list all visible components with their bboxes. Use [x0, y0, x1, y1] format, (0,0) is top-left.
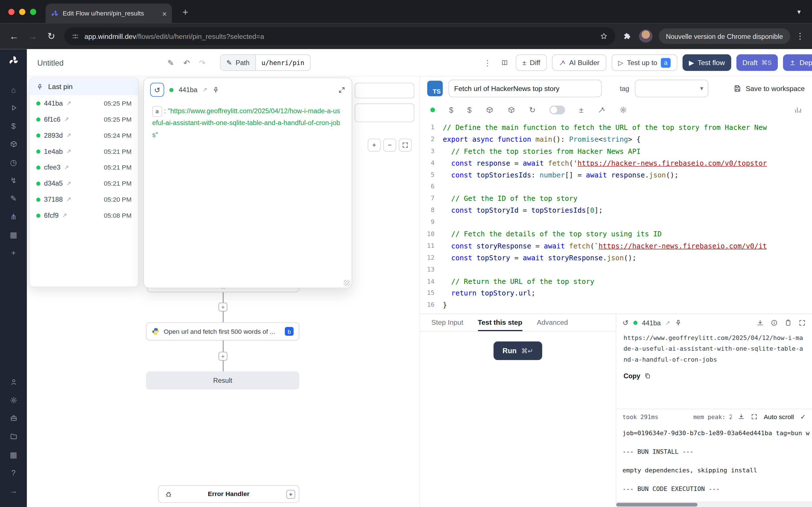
sidebar-item-flows[interactable]: ⋔ — [4, 209, 23, 224]
redo-button[interactable]: ↷ — [197, 57, 208, 68]
ai-assistant-icon[interactable] — [598, 106, 605, 114]
horizontal-scrollbar[interactable] — [616, 502, 812, 507]
open-run-icon[interactable]: ↗ — [66, 180, 71, 186]
browser-tab[interactable]: Edit Flow u/henri/pin_results × — [46, 4, 172, 23]
more-options-button[interactable]: ⋮ — [481, 57, 493, 68]
zoom-fit-button[interactable] — [399, 138, 412, 152]
lang-status-dot-icon[interactable] — [430, 107, 435, 112]
context-var-picker-icon[interactable]: $ — [467, 106, 471, 114]
open-run-icon[interactable]: ↗ — [66, 149, 71, 154]
pin-run-row[interactable]: cfee3↗05:21 PM — [30, 159, 139, 175]
open-run-icon[interactable]: ↗ — [64, 116, 69, 122]
profile-avatar[interactable] — [639, 30, 652, 43]
docs-button[interactable] — [499, 57, 511, 68]
zoom-in-button[interactable]: + — [368, 138, 380, 152]
site-info-icon[interactable] — [71, 33, 79, 40]
library-panel-icon[interactable] — [794, 106, 802, 114]
open-run-icon[interactable]: ↗ — [62, 213, 67, 218]
sidebar-item-workspace-apps[interactable]: ▦ — [4, 446, 23, 462]
run-button[interactable]: Run⌘↵ — [494, 341, 542, 360]
canvas-partial-node-1[interactable] — [355, 83, 414, 98]
ai-builder-button[interactable]: AI Builder — [552, 54, 606, 71]
window-zoom-button[interactable] — [30, 9, 36, 15]
sidebar-item-resources[interactable] — [4, 136, 23, 152]
expand-icon[interactable] — [338, 86, 345, 94]
flow-canvas[interactable]: + − ^ + Open url and fetch first 500 wor… — [27, 76, 419, 507]
step-summary-input[interactable] — [449, 80, 602, 97]
add-step-button-1[interactable]: + — [218, 302, 227, 311]
open-run-icon[interactable]: ↗ — [64, 165, 69, 170]
open-run-icon[interactable]: ↗ — [66, 100, 71, 106]
sidebar-item-variables[interactable]: $ — [4, 118, 23, 133]
pin-run-row[interactable]: 1e4ab↗05:21 PM — [30, 144, 139, 159]
sidebar-item-triggers[interactable]: ↯ — [4, 172, 23, 188]
download-result-icon[interactable] — [756, 319, 764, 327]
rename-icon[interactable]: ✎ — [165, 57, 176, 68]
diff-mode-icon[interactable]: ± — [579, 106, 583, 114]
deploy-button[interactable]: Deploy — [783, 54, 812, 71]
expand-logs-icon[interactable] — [751, 413, 758, 420]
zoom-out-button[interactable]: − — [383, 138, 396, 152]
pin-run-row[interactable]: 441ba↗05:25 PM — [30, 95, 139, 111]
sidebar-item-apps[interactable]: ▦ — [4, 226, 23, 242]
fullscreen-result-icon[interactable] — [799, 319, 806, 327]
sidebar-item-user[interactable] — [4, 374, 23, 390]
result-node[interactable]: Result — [146, 372, 299, 390]
diff-toggle-icon[interactable] — [550, 105, 565, 114]
unpin-icon[interactable] — [36, 83, 44, 91]
window-close-button[interactable] — [8, 9, 14, 15]
sidebar-item-scripts[interactable]: ✎ — [4, 190, 23, 206]
pin-run-row[interactable]: 6f1c6↗05:25 PM — [30, 111, 139, 127]
editor-settings-icon[interactable] — [619, 106, 627, 114]
browser-menu-icon[interactable]: ⋮ — [794, 29, 807, 44]
copy-button[interactable]: Copy — [623, 372, 651, 380]
back-button[interactable]: ← — [5, 27, 22, 45]
add-error-handler-button[interactable]: + — [287, 490, 295, 499]
flow-step-node[interactable]: Open url and fetch first 500 words of ..… — [146, 322, 299, 340]
reload-button[interactable]: ↻ — [43, 27, 60, 45]
sidebar-item-settings[interactable] — [4, 392, 23, 407]
pin-run-row[interactable]: 2893d↗05:24 PM — [30, 127, 139, 144]
result-open-run-icon[interactable]: ↗ — [665, 320, 670, 326]
code-editor[interactable]: 1// Define the main function to fetch th… — [420, 119, 812, 314]
sidebar-item-help[interactable]: ? — [4, 464, 23, 480]
result-info-icon[interactable] — [770, 319, 778, 327]
tab-test-this-step[interactable]: Test this step — [477, 314, 522, 331]
pin-run-row[interactable]: d34a5↗05:21 PM — [30, 175, 139, 191]
variable-picker-icon[interactable]: $ — [449, 106, 453, 114]
sidebar-item-workers[interactable] — [4, 410, 23, 426]
save-to-workspace-button[interactable]: Save to workspace — [733, 84, 805, 93]
path-control[interactable]: ✎Path u/henri/pin — [220, 54, 310, 71]
dependency-package-alt-icon[interactable] — [507, 106, 515, 114]
sidebar-item-create[interactable]: + — [4, 245, 23, 260]
sidebar-item-schedules[interactable]: ◷ — [4, 154, 23, 170]
sidebar-item-folders[interactable] — [4, 429, 23, 444]
reload-editor-icon[interactable]: ↻ — [529, 106, 536, 114]
test-flow-button[interactable]: ▶Test flow — [682, 54, 731, 71]
tab-step-input[interactable]: Step Input — [432, 314, 463, 331]
scrollbar-thumb[interactable] — [616, 503, 698, 506]
open-run-icon[interactable]: ↗ — [66, 132, 71, 138]
undo-button[interactable]: ↶ — [181, 57, 192, 68]
autoscroll-checkbox[interactable]: ✓ — [800, 413, 806, 420]
flow-title[interactable]: Untitled — [37, 58, 63, 67]
pin-run-row[interactable]: 6fcf9↗05:08 PM — [30, 208, 139, 224]
forward-button[interactable]: → — [24, 27, 41, 45]
download-logs-icon[interactable] — [738, 413, 745, 420]
canvas-partial-node-2[interactable] — [355, 103, 414, 122]
tab-close-icon[interactable]: × — [162, 10, 167, 17]
result-history-icon[interactable]: ↺ — [622, 319, 629, 327]
extensions-icon[interactable] — [619, 29, 635, 44]
dependency-package-icon[interactable] — [486, 106, 493, 114]
sidebar-item-runs[interactable] — [4, 100, 23, 115]
open-run-icon[interactable]: ↗ — [202, 87, 207, 93]
address-bar[interactable]: app.windmill.dev/flows/edit/u/henri/pin_… — [64, 27, 615, 45]
tab-search-button[interactable]: ▾ — [794, 6, 805, 17]
pin-icon[interactable] — [213, 86, 220, 94]
resize-handle[interactable] — [344, 280, 350, 286]
open-run-icon[interactable]: ↗ — [66, 196, 71, 202]
chrome-update-button[interactable]: Nouvelle version de Chrome disponible — [659, 29, 790, 44]
pin-run-row[interactable]: 37188↗05:20 PM — [30, 191, 139, 208]
draft-button[interactable]: Draft⌘S — [736, 54, 777, 71]
tag-select[interactable]: ▾ — [635, 80, 709, 97]
